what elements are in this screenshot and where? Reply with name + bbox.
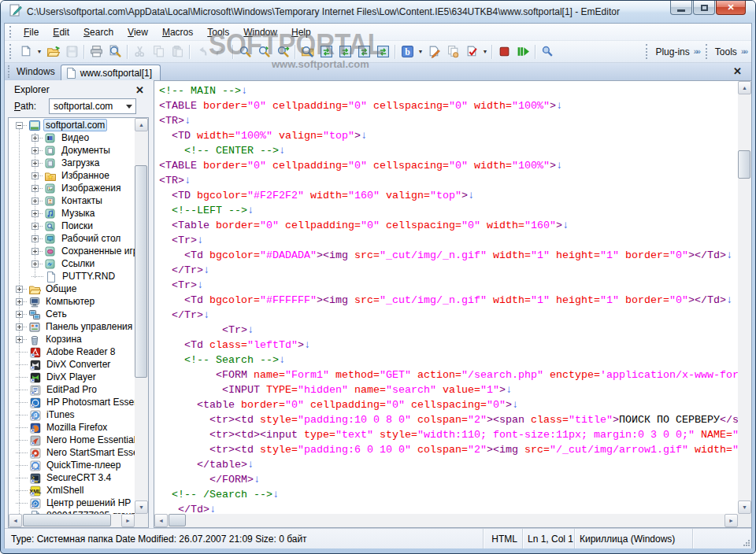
doc-sync4-button[interactable]	[373, 43, 392, 61]
minimize-button[interactable]	[670, 1, 692, 15]
menubar-gripper[interactable]	[9, 26, 13, 38]
tree-expander-plus[interactable]	[32, 185, 39, 192]
tree-item[interactable]: iTunes	[9, 408, 135, 421]
tree-item[interactable]: Adobe Reader 8	[9, 345, 135, 358]
tree-item[interactable]: Загрузка	[9, 157, 135, 169]
doc-sync-button[interactable]	[317, 43, 335, 61]
tree-item[interactable]: Поиски	[9, 220, 135, 232]
tree-item[interactable]: Рабочий стол	[9, 232, 135, 245]
chevron-icon[interactable]: »»	[741, 47, 747, 56]
stop-record-button[interactable]	[495, 43, 513, 61]
tree-expander-plus[interactable]	[32, 198, 39, 205]
doc-sync2-button[interactable]	[335, 43, 354, 61]
tree-expander-plus[interactable]	[16, 311, 23, 318]
editor[interactable]: <!-- MAIN -->↓<TABLE border="0" cellpadd…	[154, 80, 751, 528]
tree-item[interactable]: Nero Home Essentials SE	[9, 434, 135, 446]
print-button[interactable]	[87, 43, 106, 61]
tree-expander-plus[interactable]	[32, 223, 39, 230]
chevron-icon[interactable]: »»	[694, 47, 699, 56]
tree-item[interactable]: PUTTY.RND	[9, 270, 135, 283]
tree-item[interactable]: Избранное	[9, 169, 135, 182]
encoding-dropdown-icon[interactable]: ▼	[417, 43, 424, 61]
tree-expander-plus[interactable]	[32, 172, 39, 179]
tree-item[interactable]: HP Photosmart Essential	[9, 396, 135, 408]
macro-record-button[interactable]	[424, 43, 443, 61]
tree-hscrollbar[interactable]: ◄ ►	[9, 514, 135, 527]
encoding-button[interactable]: b	[398, 43, 417, 61]
menu-edit[interactable]: Edit	[46, 24, 76, 40]
tree-item[interactable]: DivX Converter	[9, 358, 135, 371]
tree-expander-plus[interactable]	[16, 298, 23, 305]
tree-expander-plus[interactable]	[32, 160, 39, 167]
tree-expander-plus[interactable]	[32, 135, 39, 142]
tree-item[interactable]: DivX Player	[9, 371, 135, 383]
menu-window[interactable]: Window	[236, 24, 284, 40]
toolbar-chunk-plug-ins[interactable]: Plug-ins	[655, 46, 689, 57]
undo-button[interactable]	[192, 43, 211, 61]
replace-button[interactable]	[254, 43, 273, 61]
tree-item[interactable]: Музыка	[9, 207, 135, 220]
status-position[interactable]: Ln 1, Col 1	[523, 529, 575, 548]
code-area[interactable]: <!-- MAIN -->↓<TABLE border="0" cellpadd…	[154, 81, 738, 514]
tree-item[interactable]: EditPad Pro	[9, 383, 135, 396]
tree-expander-plus[interactable]	[32, 147, 39, 154]
open-folder-button[interactable]	[43, 43, 62, 61]
tree-item[interactable]: Сохраненные игры	[9, 245, 135, 257]
menu-macros[interactable]: Macros	[155, 24, 200, 40]
paste-button[interactable]	[168, 43, 187, 61]
tree-item[interactable]: Видео	[9, 131, 135, 144]
toolbar-gripper[interactable]	[9, 44, 13, 59]
tab-www-softportal[interactable]: www.softportal[1]	[61, 65, 161, 80]
find-button[interactable]	[235, 43, 254, 61]
menu-file[interactable]: File	[17, 24, 46, 40]
cut-button[interactable]	[130, 43, 149, 61]
tree-expander-plus[interactable]	[16, 336, 23, 343]
save-button[interactable]	[62, 43, 81, 61]
tree-item[interactable]: QuickTime-плеер	[9, 459, 135, 471]
tree-expander-plus[interactable]	[32, 260, 39, 268]
toolbar-chunk-tools[interactable]: Tools	[715, 46, 737, 57]
menu-search[interactable]: Search	[76, 24, 120, 40]
run-macro-button[interactable]	[513, 43, 532, 61]
find-in-files-button[interactable]	[298, 43, 317, 61]
tree-expander-plus[interactable]	[16, 323, 23, 331]
tree-item[interactable]: Ссылки	[9, 257, 135, 270]
menu-view[interactable]: View	[120, 24, 155, 40]
maximize-button[interactable]	[693, 1, 715, 15]
tree-item[interactable]: Документы	[9, 144, 135, 157]
tree-item[interactable]: Изображения	[9, 182, 135, 194]
tree-item[interactable]: Корзина	[9, 333, 135, 345]
tabbar-gripper[interactable]	[8, 65, 12, 77]
close-button[interactable]: ✕	[716, 1, 746, 15]
tree-expander-plus[interactable]	[32, 248, 39, 255]
macro-select-button[interactable]	[462, 43, 481, 61]
tree-item[interactable]: SecureCRT 3.4	[9, 471, 135, 484]
tree-item[interactable]: Панель управления	[9, 320, 135, 333]
explorer-close-icon[interactable]: ✕	[135, 84, 144, 96]
new-file-button[interactable]	[17, 43, 35, 61]
tree-expander-plus[interactable]	[16, 286, 23, 293]
tree-item[interactable]: Общие	[9, 283, 135, 295]
status-encoding[interactable]: Кириллица (Windows)	[575, 529, 693, 548]
tree-item[interactable]: XMLXmlShell	[9, 484, 135, 497]
new-file-dropdown-icon[interactable]: ▼	[35, 43, 43, 61]
tree-item[interactable]: softportal.com	[9, 119, 135, 131]
editor-vscrollbar[interactable]: ▲ ▼	[738, 81, 751, 514]
tree-item[interactable]: Mozilla Firefox	[9, 421, 135, 434]
tree-expander-plus[interactable]	[32, 235, 39, 242]
tree-item[interactable]: Компьютер	[9, 295, 135, 308]
tree-item[interactable]: Сеть	[9, 308, 135, 320]
tree-vscrollbar[interactable]: ▲ ▼	[135, 118, 148, 514]
resize-grip[interactable]	[739, 529, 751, 548]
macro-select-dropdown-icon[interactable]: ▼	[481, 43, 489, 61]
tree-item[interactable]: Центр решений HP	[9, 497, 135, 509]
menu-help[interactable]: Help	[284, 24, 318, 40]
tab-close-icon[interactable]: ✕	[733, 65, 742, 77]
tree-item[interactable]: Nero StartSmart Essenti	[9, 446, 135, 459]
redo-button[interactable]	[211, 43, 230, 61]
tree-expander-minus[interactable]	[16, 122, 23, 129]
macro-run-button[interactable]	[443, 43, 462, 61]
tree-expander-plus[interactable]	[32, 210, 39, 217]
menu-tools[interactable]: Tools	[200, 24, 236, 40]
path-combobox[interactable]: softportal.com	[49, 98, 136, 114]
